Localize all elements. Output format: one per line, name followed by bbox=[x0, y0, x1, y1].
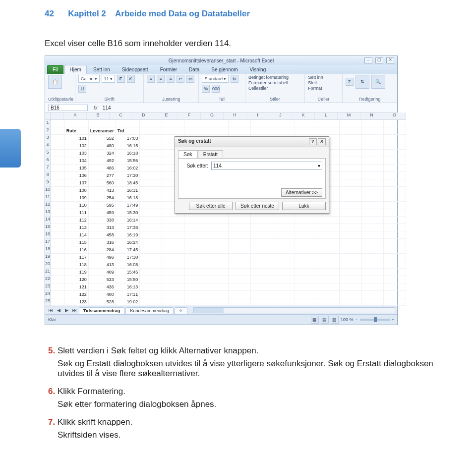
tab-formulas[interactable]: Formler bbox=[155, 65, 182, 74]
options-button[interactable]: Alternativer >> bbox=[281, 188, 322, 197]
cell[interactable]: 122 bbox=[64, 291, 88, 298]
cell[interactable] bbox=[361, 276, 384, 283]
cell[interactable] bbox=[140, 291, 162, 298]
row-header[interactable]: 13 bbox=[45, 209, 50, 217]
column-header[interactable]: H bbox=[224, 112, 246, 119]
cell[interactable] bbox=[384, 209, 406, 217]
cell[interactable] bbox=[384, 261, 406, 269]
cell[interactable] bbox=[273, 246, 295, 254]
font-size-select[interactable]: 11 ▾ bbox=[102, 75, 115, 83]
column-header[interactable]: C bbox=[110, 112, 132, 119]
cell[interactable]: 119 bbox=[64, 269, 88, 276]
italic-button[interactable]: K bbox=[127, 75, 135, 83]
column-header[interactable]: J bbox=[269, 112, 292, 119]
cell[interactable] bbox=[361, 298, 384, 306]
cell[interactable]: 17:38 bbox=[116, 224, 139, 231]
cell[interactable]: 480 bbox=[88, 142, 116, 150]
cell[interactable] bbox=[339, 224, 361, 231]
cell[interactable] bbox=[206, 239, 229, 246]
cell[interactable] bbox=[51, 179, 64, 187]
cell[interactable] bbox=[361, 127, 384, 135]
cell[interactable]: 123 bbox=[64, 298, 88, 306]
cell[interactable] bbox=[206, 276, 229, 283]
cell[interactable] bbox=[162, 127, 184, 135]
cell[interactable] bbox=[51, 172, 64, 179]
cell[interactable] bbox=[273, 269, 295, 276]
cell[interactable]: 16:18 bbox=[116, 194, 139, 202]
cell[interactable] bbox=[339, 135, 361, 142]
cell[interactable] bbox=[162, 224, 184, 231]
dialog-tab-replace[interactable]: Erstatt bbox=[198, 150, 223, 158]
cell[interactable] bbox=[339, 291, 361, 298]
cell[interactable] bbox=[339, 150, 361, 157]
cell[interactable] bbox=[295, 120, 317, 127]
cell[interactable] bbox=[51, 298, 64, 306]
cell[interactable]: 528 bbox=[88, 298, 116, 306]
cell[interactable] bbox=[184, 127, 206, 135]
cell[interactable] bbox=[51, 283, 64, 291]
column-header[interactable]: A bbox=[64, 112, 87, 119]
paste-icon[interactable]: 📋 bbox=[48, 75, 62, 89]
cell[interactable]: 16:31 bbox=[116, 187, 139, 194]
cell[interactable] bbox=[384, 187, 406, 194]
cell[interactable]: 486 bbox=[88, 165, 116, 172]
zoom-slider[interactable] bbox=[360, 319, 390, 321]
cell[interactable] bbox=[339, 231, 361, 239]
cell[interactable] bbox=[339, 165, 361, 172]
cell[interactable]: 108 bbox=[64, 187, 88, 194]
close-dialog-button[interactable]: Lukk bbox=[282, 202, 326, 210]
tab-review[interactable]: Se gjennom bbox=[206, 65, 243, 74]
cell[interactable] bbox=[384, 172, 406, 179]
cell[interactable] bbox=[162, 217, 184, 224]
row-header[interactable]: 2 bbox=[45, 127, 50, 135]
cell[interactable] bbox=[162, 120, 184, 127]
cell[interactable] bbox=[140, 179, 162, 187]
cell[interactable]: 560 bbox=[88, 179, 116, 187]
sort-filter-icon[interactable]: ⇅ bbox=[356, 75, 369, 89]
cell[interactable] bbox=[206, 261, 229, 269]
cell[interactable] bbox=[339, 298, 361, 306]
row-header[interactable]: 6 bbox=[45, 157, 50, 165]
cell[interactable] bbox=[295, 269, 317, 276]
find-all-button[interactable]: Søk etter alle bbox=[189, 202, 233, 210]
cell[interactable]: 19:02 bbox=[116, 298, 139, 306]
cell[interactable] bbox=[361, 187, 384, 194]
cell[interactable] bbox=[140, 150, 162, 157]
cell[interactable] bbox=[273, 217, 295, 224]
row-header[interactable]: 7 bbox=[45, 165, 50, 172]
cell[interactable] bbox=[229, 276, 251, 283]
cell[interactable] bbox=[140, 269, 162, 276]
cell[interactable] bbox=[295, 298, 317, 306]
cell[interactable] bbox=[51, 231, 64, 239]
cell[interactable] bbox=[162, 269, 184, 276]
cell[interactable]: 15:50 bbox=[116, 276, 139, 283]
dialog-tab-find[interactable]: Søk bbox=[178, 150, 198, 158]
cell[interactable] bbox=[361, 157, 384, 165]
cell[interactable]: 496 bbox=[88, 254, 116, 261]
cell[interactable] bbox=[140, 202, 162, 209]
horizontal-scrollbar[interactable] bbox=[193, 307, 395, 313]
row-header[interactable]: 4 bbox=[45, 142, 50, 150]
cell[interactable] bbox=[140, 217, 162, 224]
row-header[interactable]: 1 bbox=[45, 120, 50, 127]
cell[interactable] bbox=[229, 254, 251, 261]
cell[interactable] bbox=[317, 120, 340, 127]
column-header[interactable]: I bbox=[246, 112, 269, 119]
cell[interactable] bbox=[184, 283, 206, 291]
cell[interactable]: 18:45 bbox=[116, 179, 139, 187]
cell[interactable]: 436 bbox=[88, 283, 116, 291]
cell[interactable] bbox=[339, 269, 361, 276]
cell[interactable] bbox=[339, 179, 361, 187]
name-box[interactable]: B16 bbox=[48, 105, 88, 111]
cell[interactable]: 109 bbox=[64, 194, 88, 202]
cell[interactable] bbox=[206, 246, 229, 254]
sheet-nav-first[interactable]: ⏮ bbox=[47, 308, 54, 313]
cell[interactable] bbox=[361, 291, 384, 298]
sheet-tab-1[interactable]: Tidssammendrag bbox=[79, 307, 124, 314]
column-header[interactable]: G bbox=[201, 112, 224, 119]
cell[interactable] bbox=[339, 172, 361, 179]
cell[interactable]: 105 bbox=[64, 165, 88, 172]
font-name-select[interactable]: Calibri ▾ bbox=[78, 75, 100, 83]
cell[interactable] bbox=[250, 127, 273, 135]
cell[interactable] bbox=[184, 276, 206, 283]
